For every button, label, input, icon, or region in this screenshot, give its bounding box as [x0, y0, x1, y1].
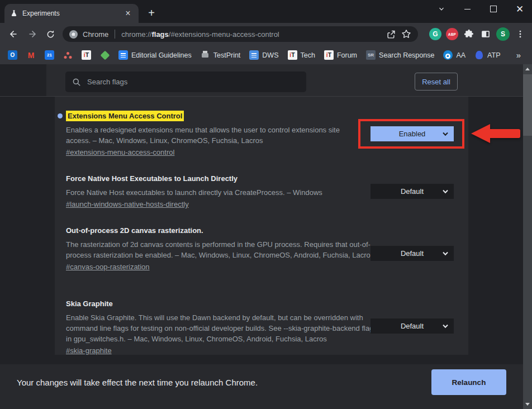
- flag-permalink[interactable]: #launch-windows-native-hosts-directly: [66, 200, 189, 209]
- minimize-button[interactable]: [459, 1, 475, 17]
- scrollbar-thumb[interactable]: [523, 74, 532, 136]
- docs-icon: [118, 50, 128, 60]
- url-text[interactable]: chrome://flags/#extensions-menu-access-c…: [121, 30, 381, 39]
- toolbar-extensions: G ABP S: [429, 25, 526, 43]
- share-icon[interactable]: [384, 28, 397, 40]
- flag-row-force-native-host: Force Native Host Executables to Launch …: [66, 174, 377, 209]
- eye-icon: [443, 50, 453, 60]
- bookmark-gmail[interactable]: M: [22, 49, 40, 62]
- bookmarks-overflow-chevron[interactable]: »: [513, 50, 524, 60]
- bookmark-dots[interactable]: [59, 49, 77, 62]
- flag-row-extensions-menu-access-control: Extensions Menu Access Control Enables a…: [66, 112, 377, 157]
- scrollbar-down-arrow-icon[interactable]: [525, 403, 530, 406]
- bookmark-calendar[interactable]: 21: [40, 49, 59, 62]
- reload-button[interactable]: [42, 26, 58, 42]
- browser-menu-icon[interactable]: [514, 27, 526, 41]
- bookmark-testprint[interactable]: TestPrint: [196, 49, 245, 62]
- omnibox-site-label: Chrome: [83, 30, 108, 39]
- bookmark-feedly[interactable]: [96, 49, 114, 62]
- flag-description: Enables a redesigned extensions menu tha…: [66, 125, 361, 146]
- search-flags-box[interactable]: [65, 72, 306, 92]
- close-window-button[interactable]: ✕: [512, 1, 528, 17]
- bookmark-outlook[interactable]: O: [3, 49, 22, 62]
- chevron-down-icon: [442, 131, 449, 136]
- extensions-puzzle-icon[interactable]: [463, 27, 475, 41]
- browser-window: Experiments × + ✕ Chrome chrome://flags/…: [0, 0, 532, 409]
- grammarly-extension-icon[interactable]: G: [429, 28, 441, 40]
- maximize-button[interactable]: [486, 1, 501, 17]
- flag-permalink[interactable]: #canvas-oop-rasterization: [66, 263, 150, 272]
- it-icon: iT: [324, 50, 334, 60]
- reset-all-button[interactable]: Reset all: [415, 73, 458, 91]
- flag-description: The rasterization of 2d canvas contents …: [66, 239, 377, 260]
- flag-title: Out-of-process 2D canvas rasterization.: [66, 226, 377, 235]
- highlighted-title: Extensions Menu Access Control: [66, 111, 184, 121]
- flag-row-skia-graphite: Skia Graphite Enable Skia Graphite. This…: [66, 299, 377, 355]
- bookmark-search-response[interactable]: SRSearch Response: [362, 49, 439, 62]
- side-panel-icon[interactable]: [479, 27, 492, 41]
- bookmark-tech[interactable]: iTTech: [283, 49, 320, 62]
- bookmark-dws[interactable]: DWS: [245, 49, 283, 62]
- chevron-down-icon: [442, 189, 449, 194]
- tab-bar: Experiments × + ✕: [0, 0, 532, 23]
- bookmark-aa[interactable]: AA: [439, 49, 470, 62]
- flag-select-canvas-oop-rasterization[interactable]: Default: [370, 246, 454, 261]
- bookmark-it[interactable]: iT: [77, 49, 96, 62]
- flag-select-extensions-menu-access-control[interactable]: Enabled: [370, 126, 454, 141]
- flag-select-skia-graphite[interactable]: Default: [370, 318, 454, 334]
- flag-description: Force Native Host executables to launch …: [66, 187, 377, 198]
- it-icon: iT: [288, 50, 297, 60]
- scrollbar-up-arrow-icon[interactable]: [525, 68, 530, 70]
- dots-icon: [63, 50, 73, 60]
- flag-description: Enable Skia Graphite. This will use the …: [66, 312, 377, 344]
- tab-title: Experiments: [22, 9, 118, 17]
- minimize-icon: [464, 9, 471, 9]
- flag-title: Skia Graphite: [66, 299, 377, 308]
- relaunch-message: Your changes will take effect the next t…: [17, 378, 258, 387]
- tab-search-chevron-icon[interactable]: [434, 1, 449, 17]
- gmail-icon: M: [26, 50, 36, 60]
- relaunch-footer: Your changes will take effect the next t…: [0, 364, 523, 409]
- modified-flag-dot: [58, 113, 63, 118]
- dws-icon: [249, 50, 259, 60]
- calendar-icon: 21: [45, 50, 54, 60]
- hand-icon: [476, 51, 483, 59]
- profile-avatar[interactable]: S: [496, 27, 510, 41]
- vertical-scrollbar[interactable]: [523, 64, 532, 409]
- flag-permalink[interactable]: #extensions-menu-access-control: [66, 148, 174, 157]
- adblock-plus-extension-icon[interactable]: ABP: [446, 28, 458, 40]
- back-button[interactable]: [6, 26, 21, 42]
- flask-icon: [10, 9, 18, 17]
- new-tab-button[interactable]: +: [144, 6, 159, 20]
- maximize-icon: [490, 6, 497, 12]
- it-icon: iT: [82, 50, 91, 60]
- omnibox[interactable]: Chrome chrome://flags/#extensions-menu-a…: [63, 26, 418, 42]
- bookmark-forum[interactable]: iTForum: [320, 49, 362, 62]
- chevron-down-icon: [442, 324, 449, 329]
- flag-permalink[interactable]: #skia-graphite: [66, 346, 112, 355]
- sr-icon: SR: [366, 50, 376, 60]
- printer-icon: [201, 50, 210, 60]
- flag-row-canvas-oop-rasterization: Out-of-process 2D canvas rasterization. …: [66, 226, 377, 272]
- bookmark-atp[interactable]: ATP: [470, 49, 505, 62]
- feedly-icon: [100, 50, 110, 60]
- tab-close-icon[interactable]: ×: [123, 8, 133, 18]
- search-icon: [72, 78, 81, 87]
- forward-button[interactable]: [25, 26, 40, 42]
- relaunch-button[interactable]: Relaunch: [431, 369, 506, 395]
- outlook-icon: O: [8, 50, 17, 60]
- flag-select-force-native-host[interactable]: Default: [370, 184, 454, 199]
- tab-experiments[interactable]: Experiments ×: [4, 4, 139, 23]
- search-flags-input[interactable]: [86, 77, 300, 87]
- bookmarks-bar: O M 21 iT Editorial Guidelines TestPrint…: [0, 46, 532, 64]
- flag-title: Extensions Menu Access Control: [66, 112, 377, 121]
- chevron-down-icon: [442, 251, 449, 256]
- flag-title: Force Native Host Executables to Launch …: [66, 174, 377, 183]
- chrome-logo-icon: [69, 30, 78, 39]
- bookmark-editorial-guidelines[interactable]: Editorial Guidelines: [114, 49, 196, 62]
- bookmark-star-icon[interactable]: [400, 28, 412, 40]
- omnibox-separator: [115, 30, 115, 39]
